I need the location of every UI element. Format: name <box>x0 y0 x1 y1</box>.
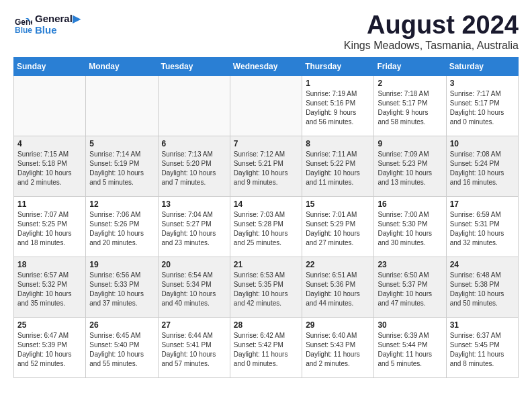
day-info: Sunrise: 7:06 AM Sunset: 5:26 PM Dayligh… <box>89 210 154 248</box>
day-number: 31 <box>450 320 515 330</box>
calendar-cell-w4d5: 22Sunrise: 6:51 AM Sunset: 5:36 PM Dayli… <box>302 257 374 318</box>
calendar-cell-w3d6: 16Sunrise: 7:00 AM Sunset: 5:30 PM Dayli… <box>374 197 446 257</box>
logo-icon: General Blue <box>13 15 32 34</box>
calendar-cell-w3d3: 13Sunrise: 7:04 AM Sunset: 5:27 PM Dayli… <box>158 197 230 257</box>
calendar-cell-w5d2: 26Sunrise: 6:45 AM Sunset: 5:40 PM Dayli… <box>86 318 158 378</box>
day-info: Sunrise: 7:17 AM Sunset: 5:17 PM Dayligh… <box>450 89 515 127</box>
calendar-cell-w3d5: 15Sunrise: 7:01 AM Sunset: 5:29 PM Dayli… <box>302 197 374 257</box>
header-thursday: Thursday <box>302 58 374 76</box>
calendar-cell-w4d1: 18Sunrise: 6:57 AM Sunset: 5:32 PM Dayli… <box>14 257 86 318</box>
calendar-week-1: 1Sunrise: 7:19 AM Sunset: 5:16 PM Daylig… <box>14 76 519 136</box>
day-number: 15 <box>306 199 370 209</box>
day-info: Sunrise: 7:00 AM Sunset: 5:30 PM Dayligh… <box>378 210 442 248</box>
day-number: 13 <box>162 199 226 209</box>
day-number: 18 <box>17 260 82 269</box>
day-info: Sunrise: 7:03 AM Sunset: 5:28 PM Dayligh… <box>234 210 298 248</box>
day-info: Sunrise: 6:45 AM Sunset: 5:40 PM Dayligh… <box>89 331 154 369</box>
weekday-header-row: Sunday Monday Tuesday Wednesday Thursday… <box>14 58 519 76</box>
calendar-cell-w1d4 <box>230 76 302 136</box>
day-number: 6 <box>162 139 226 148</box>
day-number: 21 <box>234 260 298 269</box>
calendar-cell-w3d7: 17Sunrise: 6:59 AM Sunset: 5:31 PM Dayli… <box>446 197 518 257</box>
calendar-cell-w3d2: 12Sunrise: 7:06 AM Sunset: 5:26 PM Dayli… <box>86 197 158 257</box>
day-info: Sunrise: 7:12 AM Sunset: 5:21 PM Dayligh… <box>234 150 298 187</box>
day-info: Sunrise: 6:47 AM Sunset: 5:39 PM Dayligh… <box>17 331 82 369</box>
day-number: 29 <box>306 320 370 330</box>
day-number: 27 <box>162 320 226 330</box>
calendar-cell-w5d3: 27Sunrise: 6:44 AM Sunset: 5:41 PM Dayli… <box>158 318 230 378</box>
day-info: Sunrise: 6:57 AM Sunset: 5:32 PM Dayligh… <box>17 271 82 308</box>
day-info: Sunrise: 7:09 AM Sunset: 5:23 PM Dayligh… <box>378 150 442 187</box>
calendar-cell-w4d4: 21Sunrise: 6:53 AM Sunset: 5:35 PM Dayli… <box>230 257 302 318</box>
day-info: Sunrise: 7:13 AM Sunset: 5:20 PM Dayligh… <box>162 150 226 187</box>
svg-text:Blue: Blue <box>15 26 32 34</box>
day-number: 24 <box>450 260 515 269</box>
day-number: 20 <box>162 260 226 269</box>
day-number: 19 <box>89 260 154 269</box>
calendar-cell-w2d4: 7Sunrise: 7:12 AM Sunset: 5:21 PM Daylig… <box>230 136 302 197</box>
day-info: Sunrise: 6:40 AM Sunset: 5:43 PM Dayligh… <box>306 331 370 369</box>
header-wednesday: Wednesday <box>230 58 302 76</box>
day-info: Sunrise: 6:51 AM Sunset: 5:36 PM Dayligh… <box>306 271 370 308</box>
header-saturday: Saturday <box>446 58 518 76</box>
calendar-cell-w2d2: 5Sunrise: 7:14 AM Sunset: 5:19 PM Daylig… <box>86 136 158 197</box>
logo-general: General▶ <box>35 13 81 25</box>
day-info: Sunrise: 7:01 AM Sunset: 5:29 PM Dayligh… <box>306 210 370 248</box>
day-number: 14 <box>234 199 298 209</box>
header: General Blue General▶ Blue August 2024 K… <box>13 11 519 52</box>
day-info: Sunrise: 7:11 AM Sunset: 5:22 PM Dayligh… <box>306 150 370 187</box>
day-number: 25 <box>17 320 82 330</box>
day-number: 26 <box>89 320 154 330</box>
calendar-week-2: 4Sunrise: 7:15 AM Sunset: 5:18 PM Daylig… <box>14 136 519 197</box>
day-number: 3 <box>450 79 515 88</box>
day-number: 10 <box>450 139 515 148</box>
day-info: Sunrise: 7:15 AM Sunset: 5:18 PM Dayligh… <box>17 150 82 187</box>
day-info: Sunrise: 6:39 AM Sunset: 5:44 PM Dayligh… <box>378 331 442 369</box>
calendar-cell-w5d7: 31Sunrise: 6:37 AM Sunset: 5:45 PM Dayli… <box>446 318 518 378</box>
day-info: Sunrise: 6:54 AM Sunset: 5:34 PM Dayligh… <box>162 271 226 308</box>
calendar-cell-w2d6: 9Sunrise: 7:09 AM Sunset: 5:23 PM Daylig… <box>374 136 446 197</box>
calendar-cell-w4d7: 24Sunrise: 6:48 AM Sunset: 5:38 PM Dayli… <box>446 257 518 318</box>
calendar-cell-w4d3: 20Sunrise: 6:54 AM Sunset: 5:34 PM Dayli… <box>158 257 230 318</box>
calendar-cell-w2d3: 6Sunrise: 7:13 AM Sunset: 5:20 PM Daylig… <box>158 136 230 197</box>
calendar-week-5: 25Sunrise: 6:47 AM Sunset: 5:39 PM Dayli… <box>14 318 519 378</box>
day-number: 8 <box>306 139 370 148</box>
calendar-cell-w5d1: 25Sunrise: 6:47 AM Sunset: 5:39 PM Dayli… <box>14 318 86 378</box>
day-number: 12 <box>89 199 154 209</box>
day-number: 17 <box>450 199 515 209</box>
day-info: Sunrise: 6:53 AM Sunset: 5:35 PM Dayligh… <box>234 271 298 308</box>
day-info: Sunrise: 7:19 AM Sunset: 5:16 PM Dayligh… <box>306 89 370 127</box>
day-info: Sunrise: 6:56 AM Sunset: 5:33 PM Dayligh… <box>89 271 154 308</box>
calendar-cell-w4d2: 19Sunrise: 6:56 AM Sunset: 5:33 PM Dayli… <box>86 257 158 318</box>
header-sunday: Sunday <box>14 58 86 76</box>
day-number: 16 <box>378 199 442 209</box>
calendar-cell-w1d2 <box>86 76 158 136</box>
day-info: Sunrise: 7:07 AM Sunset: 5:25 PM Dayligh… <box>17 210 82 248</box>
calendar-table: Sunday Monday Tuesday Wednesday Thursday… <box>13 57 519 378</box>
day-number: 11 <box>17 199 82 209</box>
day-info: Sunrise: 6:59 AM Sunset: 5:31 PM Dayligh… <box>450 210 515 248</box>
calendar-cell-w2d5: 8Sunrise: 7:11 AM Sunset: 5:22 PM Daylig… <box>302 136 374 197</box>
day-info: Sunrise: 6:42 AM Sunset: 5:42 PM Dayligh… <box>234 331 298 369</box>
header-monday: Monday <box>86 58 158 76</box>
day-info: Sunrise: 7:18 AM Sunset: 5:17 PM Dayligh… <box>378 89 442 127</box>
day-number: 28 <box>234 320 298 330</box>
logo: General Blue General▶ Blue <box>13 13 81 36</box>
day-info: Sunrise: 6:50 AM Sunset: 5:37 PM Dayligh… <box>378 271 442 308</box>
day-number: 5 <box>89 139 154 148</box>
header-tuesday: Tuesday <box>158 58 230 76</box>
calendar-cell-w2d1: 4Sunrise: 7:15 AM Sunset: 5:18 PM Daylig… <box>14 136 86 197</box>
day-number: 30 <box>378 320 442 330</box>
calendar-cell-w5d4: 28Sunrise: 6:42 AM Sunset: 5:42 PM Dayli… <box>230 318 302 378</box>
day-number: 7 <box>234 139 298 148</box>
calendar-cell-w2d7: 10Sunrise: 7:08 AM Sunset: 5:24 PM Dayli… <box>446 136 518 197</box>
day-info: Sunrise: 6:37 AM Sunset: 5:45 PM Dayligh… <box>450 331 515 369</box>
calendar-cell-w4d6: 23Sunrise: 6:50 AM Sunset: 5:37 PM Dayli… <box>374 257 446 318</box>
calendar-subtitle: Kings Meadows, Tasmania, Australia <box>344 40 519 52</box>
header-friday: Friday <box>374 58 446 76</box>
day-info: Sunrise: 7:14 AM Sunset: 5:19 PM Dayligh… <box>89 150 154 187</box>
calendar-cell-w3d1: 11Sunrise: 7:07 AM Sunset: 5:25 PM Dayli… <box>14 197 86 257</box>
day-info: Sunrise: 6:48 AM Sunset: 5:38 PM Dayligh… <box>450 271 515 308</box>
day-info: Sunrise: 7:04 AM Sunset: 5:27 PM Dayligh… <box>162 210 226 248</box>
calendar-week-3: 11Sunrise: 7:07 AM Sunset: 5:25 PM Dayli… <box>14 197 519 257</box>
